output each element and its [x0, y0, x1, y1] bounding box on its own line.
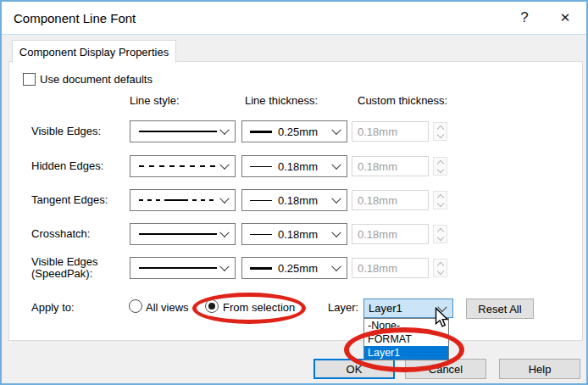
custom-thickness-input: 0.18mm — [352, 121, 429, 142]
all-views-label: All views — [146, 301, 189, 314]
line-style-sample — [139, 267, 217, 269]
row-label: Visible Edges: — [31, 120, 126, 142]
spinner-down-icon — [434, 166, 447, 175]
layer-label: Layer: — [328, 301, 358, 314]
table-row: Crosshatch: 0.18mm 0.18mm — [9, 223, 582, 245]
use-document-defaults-label: Use document defaults — [40, 73, 153, 86]
apply-to-label: Apply to: — [31, 301, 75, 314]
from-selection-radio[interactable] — [205, 299, 219, 313]
line-style-select[interactable] — [130, 189, 236, 211]
line-thickness-select[interactable]: 0.18mm — [241, 189, 347, 211]
chevron-down-icon — [331, 126, 341, 135]
chevron-down-icon — [331, 228, 341, 237]
cancel-label: Cancel — [429, 363, 463, 376]
line-thickness-sample — [250, 234, 272, 235]
custom-thickness-stepper — [433, 259, 447, 277]
help-button[interactable]: Help — [499, 359, 580, 379]
chevron-down-icon — [331, 262, 341, 271]
spinner-down-icon — [434, 234, 447, 243]
line-thickness-select[interactable]: 0.18mm — [241, 223, 347, 245]
custom-thickness-stepper — [433, 157, 447, 176]
help-icon[interactable]: ? — [507, 2, 542, 34]
line-thickness-value: 0.25mm — [278, 262, 318, 275]
use-document-defaults-checkbox[interactable] — [23, 73, 36, 86]
row-label: Visible Edges (SpeedPak): — [31, 257, 126, 279]
custom-thickness-stepper — [433, 122, 447, 141]
line-style-sample — [139, 165, 217, 167]
ok-button[interactable]: OK — [313, 359, 395, 379]
ok-label: OK — [347, 363, 363, 376]
table-row: Visible Edges (SpeedPak): 0.25mm 0.18mm — [9, 257, 582, 279]
line-style-select[interactable] — [130, 155, 236, 177]
line-style-sample — [139, 131, 217, 132]
chevron-down-icon — [219, 126, 229, 135]
line-thickness-select[interactable]: 0.25mm — [241, 120, 347, 142]
apply-to-row: Apply to: All views From selection Layer… — [9, 296, 582, 321]
chevron-down-icon — [331, 160, 341, 170]
line-thickness-value: 0.18mm — [278, 194, 318, 207]
table-row: Visible Edges: 0.25mm 0.18mm — [9, 120, 582, 142]
line-thickness-value: 0.18mm — [278, 160, 318, 173]
chevron-down-icon — [219, 228, 229, 237]
spinner-down-icon — [434, 268, 447, 276]
layer-option[interactable]: FORMAT — [364, 332, 448, 346]
row-label: Crosshatch: — [31, 223, 126, 245]
custom-thickness-input: 0.18mm — [352, 190, 429, 210]
line-thickness-select[interactable]: 0.18mm — [241, 155, 347, 177]
custom-thickness-stepper — [433, 191, 447, 209]
custom-thickness-input: 0.18mm — [352, 224, 429, 244]
from-selection-label: From selection — [223, 301, 295, 314]
spinner-down-icon — [434, 131, 447, 140]
line-thickness-header: Line thickness: — [245, 94, 318, 107]
tab-component-display-properties[interactable]: Component Display Properties — [12, 40, 176, 63]
line-style-sample — [139, 233, 217, 235]
spinner-down-icon — [434, 200, 447, 209]
line-style-header: Line style: — [130, 94, 180, 107]
layer-select[interactable]: Layer1 — [363, 299, 453, 318]
window-title: Component Line Font — [2, 11, 136, 25]
chevron-down-icon — [437, 302, 447, 311]
close-icon[interactable]: ✕ — [547, 2, 583, 34]
row-label: Tangent Edges: — [31, 189, 126, 211]
layer-selected-value: Layer1 — [369, 302, 402, 315]
title-bar: Component Line Font ? ✕ — [2, 2, 586, 35]
reset-all-label: Reset All — [478, 303, 521, 315]
line-thickness-sample — [250, 166, 272, 167]
use-document-defaults-row: Use document defaults — [23, 73, 153, 86]
line-thickness-select[interactable]: 0.25mm — [241, 257, 347, 279]
custom-thickness-input: 0.18mm — [352, 258, 429, 278]
line-thickness-value: 0.25mm — [278, 126, 318, 138]
layer-dropdown-list: -None-FORMATLayer1 — [363, 318, 449, 360]
layer-option[interactable]: -None- — [364, 319, 448, 332]
custom-thickness-input: 0.18mm — [352, 156, 429, 176]
chevron-down-icon — [219, 262, 229, 271]
custom-thickness-header: Custom thickness: — [358, 94, 447, 107]
table-row: Hidden Edges: 0.18mm 0.18mm — [9, 155, 582, 177]
tab-label: Component Display Properties — [19, 46, 169, 59]
reset-all-button[interactable]: Reset All — [466, 299, 534, 319]
layer-option[interactable]: Layer1 — [364, 346, 448, 360]
line-thickness-sample — [250, 131, 272, 133]
help-label: Help — [529, 363, 552, 376]
line-thickness-value: 0.18mm — [278, 228, 318, 241]
chevron-down-icon — [219, 160, 229, 170]
table-row: Tangent Edges: 0.18mm 0.18mm — [9, 189, 582, 211]
custom-thickness-stepper — [433, 225, 447, 243]
cancel-button[interactable]: Cancel — [405, 359, 486, 379]
chevron-down-icon — [331, 194, 341, 204]
line-thickness-sample — [250, 267, 272, 270]
line-style-select[interactable] — [130, 257, 236, 279]
line-thickness-sample — [250, 200, 272, 201]
line-style-select[interactable] — [130, 223, 236, 245]
component-line-font-dialog: Component Line Font ? ✕ Component Displa… — [0, 0, 588, 385]
line-style-sample — [139, 199, 217, 201]
chevron-down-icon — [219, 194, 229, 204]
line-style-select[interactable] — [130, 120, 236, 142]
tab-panel: Use document defaults Line style: Line t… — [8, 61, 583, 341]
row-label: Hidden Edges: — [31, 155, 126, 177]
all-views-radio[interactable] — [129, 299, 142, 313]
